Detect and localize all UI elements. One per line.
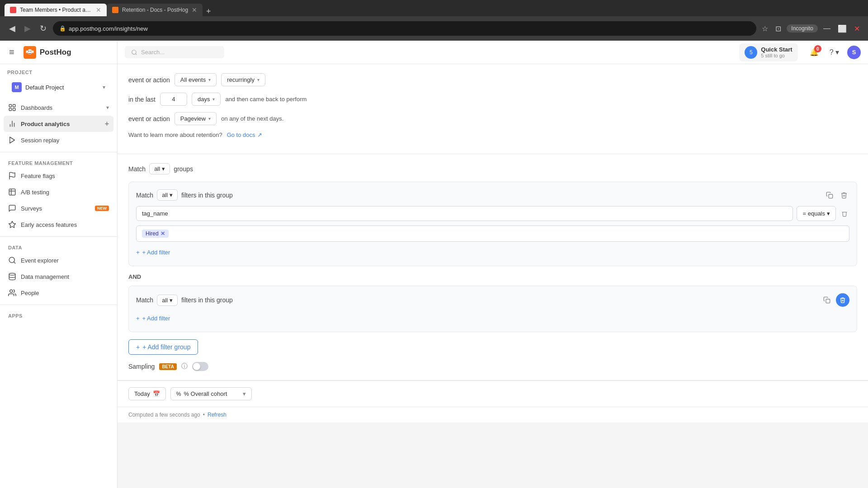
topbar-actions: 5 Quick Start 5 still to go 🔔 0 ? ▾ S	[739, 43, 861, 61]
pageview-chevron: ▾	[208, 116, 211, 121]
project-name: Default Project	[25, 84, 64, 91]
people-icon	[8, 289, 16, 297]
all-events-select[interactable]: All events ▾	[175, 73, 217, 86]
quick-start-button[interactable]: 5 Quick Start 5 still to go	[739, 43, 797, 61]
cohort-select[interactable]: % % Overall cohort ▾	[170, 387, 252, 400]
sidebar-item-people[interactable]: People	[4, 285, 113, 301]
new-tab-button[interactable]: +	[203, 7, 215, 16]
filter-group-2-match-select[interactable]: all ▾	[157, 295, 178, 306]
days-select[interactable]: days ▾	[192, 93, 221, 106]
back-button[interactable]: ◀	[6, 22, 18, 35]
svg-marker-13	[10, 137, 15, 143]
maximize-button[interactable]: ⬜	[836, 23, 849, 35]
top-match-chevron: ▾	[162, 165, 165, 172]
main-nav: Dashboards ▾ Product analytics + Session…	[0, 98, 117, 150]
toggle-knob	[193, 363, 200, 370]
filter-key-input[interactable]	[136, 206, 793, 221]
filter-group-1-delete-button[interactable]	[839, 190, 849, 201]
sidebar-item-data-management[interactable]: Data management	[4, 268, 113, 285]
recurringly-chevron: ▾	[257, 77, 259, 82]
external-link-icon: ↗	[257, 131, 262, 138]
notifications-button[interactable]: 🔔 0	[807, 45, 821, 59]
filter-group-1-match-select[interactable]: all ▾	[157, 189, 178, 201]
sidebar-item-ab-testing[interactable]: A/B testing	[4, 184, 113, 200]
sampling-toggle[interactable]	[192, 362, 208, 371]
refresh-button[interactable]: ↻	[37, 22, 49, 35]
sidebar-item-surveys[interactable]: Surveys NEW	[4, 200, 113, 216]
hired-tag-remove[interactable]: ✕	[160, 230, 165, 237]
sampling-row: Sampling BETA ⓘ	[128, 362, 857, 371]
svg-point-2	[28, 51, 29, 52]
today-date-button[interactable]: Today 📅	[128, 387, 166, 400]
refresh-link[interactable]: Refresh	[208, 412, 226, 418]
browser-tab-2[interactable]: Retention - Docs - PostHog ✕	[107, 4, 203, 16]
sidebar-item-session-replay[interactable]: Session replay	[4, 132, 113, 148]
add-filter-group-button[interactable]: + + Add filter group	[128, 339, 198, 355]
filter-group-2-delete-button[interactable]	[836, 293, 849, 307]
date-cohort-row: Today 📅 % % Overall cohort ▾	[118, 381, 868, 407]
filter-operator-select[interactable]: = equals ▾	[797, 206, 836, 221]
learn-more-text: Want to learn more about retention?	[128, 131, 222, 138]
incognito-badge: Incognito	[787, 24, 818, 33]
sidebar-item-event-explorer[interactable]: Event explorer	[4, 252, 113, 268]
tab-favicon-1	[10, 7, 16, 13]
tab-close-2[interactable]: ✕	[192, 6, 197, 14]
address-bar[interactable]: 🔒 app.posthog.com/insights/new	[53, 21, 756, 36]
top-match-select[interactable]: all ▾	[149, 163, 170, 174]
days-value-input[interactable]	[160, 93, 187, 106]
browser-tabs: Team Members • Product analy... ✕ Retent…	[0, 0, 868, 16]
product-analytics-add-icon[interactable]: +	[105, 120, 109, 128]
svg-point-3	[30, 51, 31, 52]
copy-icon	[826, 192, 833, 199]
minimize-button[interactable]: —	[821, 23, 832, 34]
filter-operator-label: = equals	[802, 210, 825, 217]
browser-tab-1[interactable]: Team Members • Product analy... ✕	[5, 4, 107, 16]
menu-button[interactable]: ≡	[7, 45, 16, 59]
search-box[interactable]: Search...	[125, 46, 224, 58]
filter-value-row: Hired ✕	[136, 225, 849, 242]
top-match-all: all	[154, 165, 160, 172]
and-then-text: and then came back to perform	[225, 96, 307, 103]
filter-row-delete-button[interactable]	[840, 209, 849, 219]
filter-group-1-copy-button[interactable]	[824, 190, 835, 201]
add-filter-button-2[interactable]: + + Add filter	[136, 312, 170, 324]
project-item[interactable]: M Default Project ▾	[7, 79, 110, 96]
close-button[interactable]: ✕	[852, 23, 862, 35]
filter-group-2-copy-button[interactable]	[821, 295, 832, 305]
bookmark-button[interactable]: ☆	[760, 23, 770, 35]
quick-start-title: Quick Start	[761, 46, 792, 53]
filter-group-2-all: all	[162, 297, 168, 304]
browser-toolbar: ◀ ▶ ↻ 🔒 app.posthog.com/insights/new ☆ ⊡…	[0, 16, 868, 41]
add-filter-button-1[interactable]: + + Add filter	[136, 246, 170, 258]
project-avatar: M	[12, 82, 22, 92]
filter-group-2: Match all ▾ filters in this group	[128, 286, 857, 332]
pageview-select[interactable]: Pageview ▾	[175, 112, 217, 125]
sidebar-item-product-analytics[interactable]: Product analytics +	[4, 116, 113, 132]
user-avatar[interactable]: S	[847, 46, 861, 59]
sampling-info-icon[interactable]: ⓘ	[181, 362, 188, 371]
app-container: ≡ PostHog PROJECT M D	[0, 41, 868, 488]
filter-group-1-match-row: Match all ▾ filters in this group	[136, 189, 849, 201]
sidebar-item-early-access[interactable]: Early access features	[4, 216, 113, 233]
ab-testing-label: A/B testing	[21, 189, 49, 196]
filter-row-trash-icon	[841, 211, 848, 217]
forward-button[interactable]: ▶	[22, 22, 33, 35]
tab-close-1[interactable]: ✕	[96, 6, 101, 14]
sidebar-item-dashboards[interactable]: Dashboards ▾	[4, 99, 113, 116]
data-management-label: Data management	[21, 273, 69, 280]
recurringly-select[interactable]: recurringly ▾	[221, 73, 265, 86]
help-button[interactable]: ? ▾	[827, 45, 842, 59]
svg-rect-5	[32, 50, 33, 53]
people-label: People	[21, 290, 39, 296]
search-icon	[131, 49, 137, 56]
extensions-button[interactable]: ⊡	[774, 23, 783, 35]
sampling-label: Sampling	[128, 363, 155, 370]
cohort-chevron-icon: ▾	[243, 390, 246, 397]
surveys-icon	[8, 204, 16, 212]
filter-value-box[interactable]: Hired ✕	[136, 225, 849, 242]
go-to-docs-link[interactable]: Go to docs ↗	[227, 131, 262, 138]
learn-more-row: Want to learn more about retention? Go t…	[128, 131, 857, 138]
top-match-label: Match	[128, 165, 146, 173]
sidebar-divider-3	[0, 305, 117, 305]
sidebar-item-feature-flags[interactable]: Feature flags	[4, 168, 113, 184]
